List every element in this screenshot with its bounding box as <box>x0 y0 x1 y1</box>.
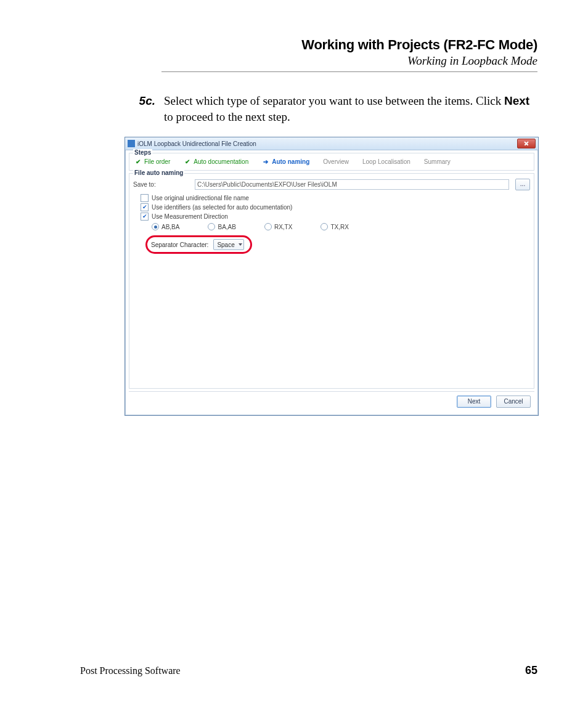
wizard-steps-row: ✔ File order ✔ Auto documentation ➔ Auto… <box>133 156 530 166</box>
checkbox-label: Use Measurement Direction <box>152 213 228 220</box>
radio-label: BA,AB <box>218 224 235 230</box>
radio-rx-tx[interactable]: RX,TX <box>264 223 292 230</box>
page-header: Working with Projects (FR2-FC Mode) Work… <box>161 37 537 72</box>
steps-legend: Steps <box>133 149 152 156</box>
wizard-step-auto-naming: ➔ Auto naming <box>262 158 309 165</box>
browse-button[interactable]: ... <box>515 179 530 190</box>
cancel-button[interactable]: Cancel <box>496 396 531 408</box>
separator-value: Space <box>217 241 234 248</box>
section-title: Working in Loopback Mode <box>161 54 537 68</box>
radio-label: TX,RX <box>330 224 348 230</box>
step-number: 5c. <box>137 93 155 109</box>
step-text-part2: to proceed to the next step. <box>164 110 290 123</box>
body-text: 5c. Select which type of separator you w… <box>137 93 537 124</box>
next-button[interactable]: Next <box>457 396 491 408</box>
separator-label: Separator Character: <box>151 241 208 248</box>
footer-product: Post Processing Software <box>80 665 181 676</box>
checkbox-use-identifiers[interactable]: ✔ Use identifiers (as selected for auto … <box>141 203 530 211</box>
chevron-down-icon <box>239 243 242 246</box>
wizard-step-file-order: ✔ File order <box>134 158 170 165</box>
wizard-step-label: Overview <box>323 158 349 165</box>
blank-area <box>133 255 530 384</box>
wizard-step-loop-localisation: Loop Localisation <box>362 158 410 165</box>
wizard-step-label: Loop Localisation <box>362 158 410 165</box>
document-page: Working with Projects (FR2-FC Mode) Work… <box>0 0 588 714</box>
page-number: 65 <box>525 664 537 677</box>
radio-ab-ba[interactable]: AB,BA <box>152 223 179 230</box>
radio-icon <box>208 223 215 230</box>
screenshot-dialog: iOLM Loopback Unidirectional File Creati… <box>125 137 539 416</box>
dialog-body: Steps ✔ File order ✔ Auto documentation … <box>125 150 538 415</box>
checkbox-icon <box>141 194 149 202</box>
radio-icon <box>321 223 328 230</box>
dialog-button-bar: Next Cancel <box>129 391 534 412</box>
wizard-step-label: File order <box>144 158 170 165</box>
checkbox-use-direction[interactable]: ✔ Use Measurement Direction <box>141 213 530 221</box>
step-text: Select which type of separator you want … <box>164 93 537 124</box>
wizard-step-summary: Summary <box>424 158 451 165</box>
check-icon: ✔ <box>184 158 191 165</box>
dialog-title: iOLM Loopback Unidirectional File Creati… <box>137 140 515 147</box>
radio-label: RX,TX <box>274 224 292 230</box>
wizard-step-overview: Overview <box>323 158 349 165</box>
dialog-titlebar: iOLM Loopback Unidirectional File Creati… <box>125 137 538 150</box>
save-to-row: Save to: ... <box>133 179 530 190</box>
radio-label: AB,BA <box>161 224 179 230</box>
checkbox-label: Use original unidirectional file name <box>152 195 249 201</box>
wizard-step-label: Auto documentation <box>194 158 248 165</box>
instruction-step: 5c. Select which type of separator you w… <box>137 93 537 124</box>
window-icon <box>128 140 135 147</box>
step-text-bold: Next <box>504 94 529 107</box>
checkbox-use-original[interactable]: Use original unidirectional file name <box>141 194 530 202</box>
auto-naming-legend: File auto naming <box>133 169 184 176</box>
wizard-step-label: Auto naming <box>272 158 309 165</box>
checkbox-icon: ✔ <box>141 213 149 221</box>
save-to-label: Save to: <box>133 181 189 188</box>
radio-icon <box>264 223 272 230</box>
chapter-title: Working with Projects (FR2-FC Mode) <box>161 37 537 53</box>
header-rule <box>161 71 537 72</box>
radio-tx-rx[interactable]: TX,RX <box>321 223 348 230</box>
arrow-icon: ➔ <box>262 158 269 165</box>
wizard-step-auto-doc: ✔ Auto documentation <box>184 158 248 165</box>
page-footer: Post Processing Software 65 <box>80 664 537 677</box>
checkbox-icon: ✔ <box>141 203 149 211</box>
step-text-part1: Select which type of separator you want … <box>164 94 504 107</box>
save-to-input[interactable] <box>195 179 509 190</box>
auto-naming-group: File auto naming Save to: ... Use origin… <box>129 173 534 389</box>
radio-ba-ab[interactable]: BA,AB <box>208 223 235 230</box>
radio-icon <box>152 223 159 230</box>
direction-radios-row: AB,BA BA,AB RX,TX TX,RX <box>152 223 530 230</box>
separator-dropdown[interactable]: Space <box>213 239 243 250</box>
wizard-step-label: Summary <box>424 158 451 165</box>
dialog-window: iOLM Loopback Unidirectional File Creati… <box>125 137 539 416</box>
check-icon: ✔ <box>134 158 142 165</box>
wizard-steps-group: Steps ✔ File order ✔ Auto documentation … <box>129 153 534 171</box>
separator-highlight: Separator Character: Space <box>145 235 252 254</box>
close-icon[interactable] <box>517 139 536 148</box>
checkbox-label: Use identifiers (as selected for auto do… <box>152 204 292 211</box>
